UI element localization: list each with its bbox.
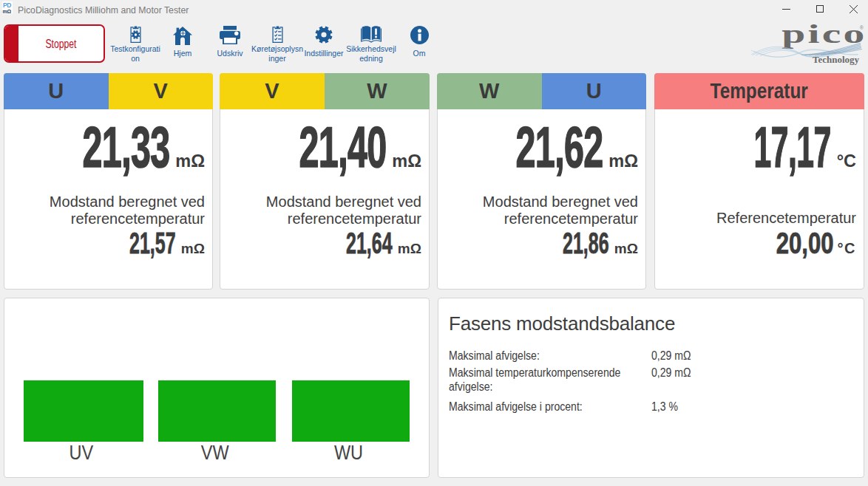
svg-text:mΩ: mΩ	[3, 9, 12, 14]
svg-text:®: ®	[860, 25, 864, 30]
svg-text:PD: PD	[3, 1, 11, 9]
svg-text:Technology: Technology	[813, 54, 860, 65]
svg-text:pico: pico	[781, 21, 865, 48]
